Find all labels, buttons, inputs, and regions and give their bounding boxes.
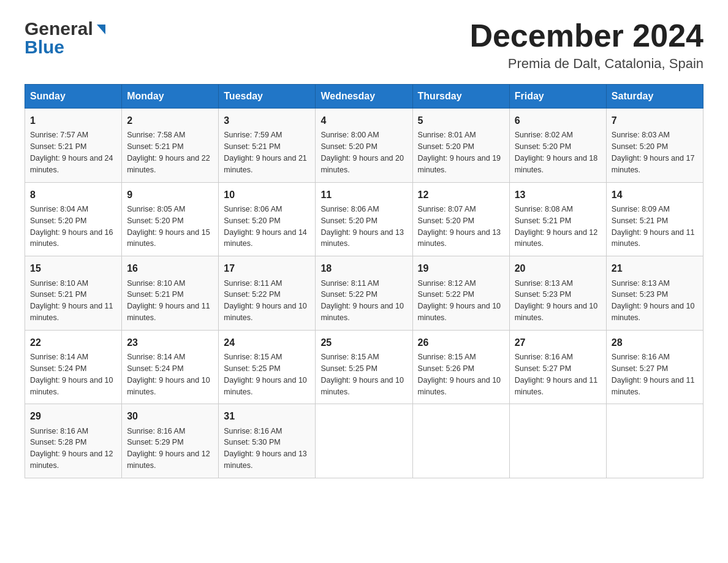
calendar-cell: 16 Sunrise: 8:10 AMSunset: 5:21 PMDaylig… (122, 256, 219, 331)
day-number: 24 (224, 335, 310, 350)
logo-blue-text: Blue (25, 37, 64, 58)
day-info: Sunrise: 8:16 AMSunset: 5:27 PMDaylight:… (515, 353, 598, 396)
week-row-2: 8 Sunrise: 8:04 AMSunset: 5:20 PMDayligh… (25, 182, 703, 256)
calendar-cell: 31 Sunrise: 8:16 AMSunset: 5:30 PMDaylig… (219, 404, 316, 478)
day-number: 9 (127, 188, 213, 202)
day-number: 21 (612, 261, 698, 275)
week-row-4: 22 Sunrise: 8:14 AMSunset: 5:24 PMDaylig… (25, 330, 703, 404)
calendar-cell: 9 Sunrise: 8:05 AMSunset: 5:20 PMDayligh… (122, 182, 219, 256)
calendar-cell: 29 Sunrise: 8:16 AMSunset: 5:28 PMDaylig… (25, 404, 122, 478)
calendar-cell: 26 Sunrise: 8:15 AMSunset: 5:26 PMDaylig… (412, 330, 509, 404)
logo-general-text: General (25, 18, 93, 39)
calendar-cell: 30 Sunrise: 8:16 AMSunset: 5:29 PMDaylig… (122, 404, 219, 478)
day-number: 22 (30, 335, 116, 350)
day-number: 7 (612, 113, 698, 128)
day-info: Sunrise: 8:04 AMSunset: 5:20 PMDaylight:… (30, 205, 113, 248)
calendar-cell: 8 Sunrise: 8:04 AMSunset: 5:20 PMDayligh… (25, 182, 122, 256)
calendar-cell: 18 Sunrise: 8:11 AMSunset: 5:22 PMDaylig… (316, 256, 412, 331)
calendar-cell: 1 Sunrise: 7:57 AMSunset: 5:21 PMDayligh… (25, 109, 122, 183)
day-number: 29 (30, 409, 116, 423)
calendar-cell: 2 Sunrise: 7:58 AMSunset: 5:21 PMDayligh… (122, 109, 219, 183)
day-number: 28 (612, 335, 698, 350)
day-info: Sunrise: 8:14 AMSunset: 5:24 PMDaylight:… (127, 353, 210, 396)
day-number: 25 (320, 335, 407, 350)
day-number: 3 (224, 113, 310, 128)
day-number: 5 (418, 113, 504, 128)
calendar-cell (316, 404, 412, 478)
weekday-header-thursday: Thursday (412, 85, 509, 109)
day-number: 13 (515, 188, 601, 202)
calendar-cell: 13 Sunrise: 8:08 AMSunset: 5:21 PMDaylig… (509, 182, 606, 256)
calendar-cell: 6 Sunrise: 8:02 AMSunset: 5:20 PMDayligh… (509, 109, 606, 183)
title-section: December 2024 Premia de Dalt, Catalonia,… (469, 18, 703, 72)
svg-marker-0 (97, 25, 105, 34)
calendar-cell (606, 404, 703, 478)
day-number: 12 (418, 188, 504, 202)
day-info: Sunrise: 8:10 AMSunset: 5:21 PMDaylight:… (127, 279, 210, 323)
day-info: Sunrise: 8:10 AMSunset: 5:21 PMDaylight:… (30, 279, 113, 323)
day-info: Sunrise: 8:14 AMSunset: 5:24 PMDaylight:… (30, 353, 113, 396)
calendar-cell: 24 Sunrise: 8:15 AMSunset: 5:25 PMDaylig… (219, 330, 316, 404)
day-info: Sunrise: 8:16 AMSunset: 5:29 PMDaylight:… (127, 427, 210, 470)
day-info: Sunrise: 8:16 AMSunset: 5:30 PMDaylight:… (224, 427, 307, 470)
day-number: 23 (127, 335, 213, 350)
day-number: 6 (515, 113, 601, 128)
day-info: Sunrise: 8:11 AMSunset: 5:22 PMDaylight:… (320, 279, 404, 323)
calendar-cell: 12 Sunrise: 8:07 AMSunset: 5:20 PMDaylig… (412, 182, 509, 256)
day-info: Sunrise: 8:13 AMSunset: 5:23 PMDaylight:… (515, 279, 598, 323)
calendar-cell: 5 Sunrise: 8:01 AMSunset: 5:20 PMDayligh… (412, 109, 509, 183)
day-info: Sunrise: 8:09 AMSunset: 5:21 PMDaylight:… (612, 205, 695, 248)
day-number: 8 (30, 188, 116, 202)
logo: General Blue (25, 18, 108, 58)
calendar-cell: 14 Sunrise: 8:09 AMSunset: 5:21 PMDaylig… (606, 182, 703, 256)
calendar-cell: 28 Sunrise: 8:16 AMSunset: 5:27 PMDaylig… (606, 330, 703, 404)
week-row-1: 1 Sunrise: 7:57 AMSunset: 5:21 PMDayligh… (25, 109, 703, 183)
day-number: 11 (320, 188, 407, 202)
day-number: 15 (30, 261, 116, 275)
calendar-title: December 2024 (469, 18, 703, 53)
day-info: Sunrise: 8:11 AMSunset: 5:22 PMDaylight:… (224, 279, 307, 323)
day-info: Sunrise: 8:16 AMSunset: 5:27 PMDaylight:… (612, 353, 695, 396)
calendar-cell: 25 Sunrise: 8:15 AMSunset: 5:25 PMDaylig… (316, 330, 412, 404)
day-number: 4 (320, 113, 407, 128)
week-row-3: 15 Sunrise: 8:10 AMSunset: 5:21 PMDaylig… (25, 256, 703, 331)
day-info: Sunrise: 8:05 AMSunset: 5:20 PMDaylight:… (127, 205, 210, 248)
calendar-cell: 19 Sunrise: 8:12 AMSunset: 5:22 PMDaylig… (412, 256, 509, 331)
calendar-cell: 7 Sunrise: 8:03 AMSunset: 5:20 PMDayligh… (606, 109, 703, 183)
day-info: Sunrise: 8:16 AMSunset: 5:28 PMDaylight:… (30, 427, 113, 470)
day-number: 16 (127, 261, 213, 275)
calendar-cell: 20 Sunrise: 8:13 AMSunset: 5:23 PMDaylig… (509, 256, 606, 331)
calendar-cell: 23 Sunrise: 8:14 AMSunset: 5:24 PMDaylig… (122, 330, 219, 404)
calendar-cell: 10 Sunrise: 8:06 AMSunset: 5:20 PMDaylig… (219, 182, 316, 256)
weekday-header-friday: Friday (509, 85, 606, 109)
calendar-cell: 22 Sunrise: 8:14 AMSunset: 5:24 PMDaylig… (25, 330, 122, 404)
day-number: 17 (224, 261, 310, 275)
weekday-header-row: SundayMondayTuesdayWednesdayThursdayFrid… (25, 85, 703, 109)
day-info: Sunrise: 8:06 AMSunset: 5:20 PMDaylight:… (320, 205, 404, 248)
day-number: 10 (224, 188, 310, 202)
weekday-header-sunday: Sunday (25, 85, 122, 109)
day-number: 20 (515, 261, 601, 275)
day-number: 30 (127, 409, 213, 423)
day-info: Sunrise: 8:08 AMSunset: 5:21 PMDaylight:… (515, 205, 598, 248)
calendar-table: SundayMondayTuesdayWednesdayThursdayFrid… (25, 84, 703, 478)
day-number: 19 (418, 261, 504, 275)
weekday-header-saturday: Saturday (606, 85, 703, 109)
calendar-cell: 11 Sunrise: 8:06 AMSunset: 5:20 PMDaylig… (316, 182, 412, 256)
calendar-cell (509, 404, 606, 478)
day-number: 31 (224, 409, 310, 423)
day-info: Sunrise: 7:59 AMSunset: 5:21 PMDaylight:… (224, 131, 307, 174)
weekday-header-wednesday: Wednesday (316, 85, 412, 109)
day-number: 27 (515, 335, 601, 350)
day-info: Sunrise: 8:15 AMSunset: 5:25 PMDaylight:… (320, 353, 404, 396)
day-info: Sunrise: 8:07 AMSunset: 5:20 PMDaylight:… (418, 205, 501, 248)
calendar-subtitle: Premia de Dalt, Catalonia, Spain (469, 56, 703, 72)
day-number: 1 (30, 113, 116, 128)
day-number: 18 (320, 261, 407, 275)
day-info: Sunrise: 8:15 AMSunset: 5:26 PMDaylight:… (418, 353, 501, 396)
calendar-cell: 15 Sunrise: 8:10 AMSunset: 5:21 PMDaylig… (25, 256, 122, 331)
calendar-cell (412, 404, 509, 478)
day-info: Sunrise: 8:02 AMSunset: 5:20 PMDaylight:… (515, 131, 598, 174)
calendar-cell: 21 Sunrise: 8:13 AMSunset: 5:23 PMDaylig… (606, 256, 703, 331)
weekday-header-monday: Monday (122, 85, 219, 109)
